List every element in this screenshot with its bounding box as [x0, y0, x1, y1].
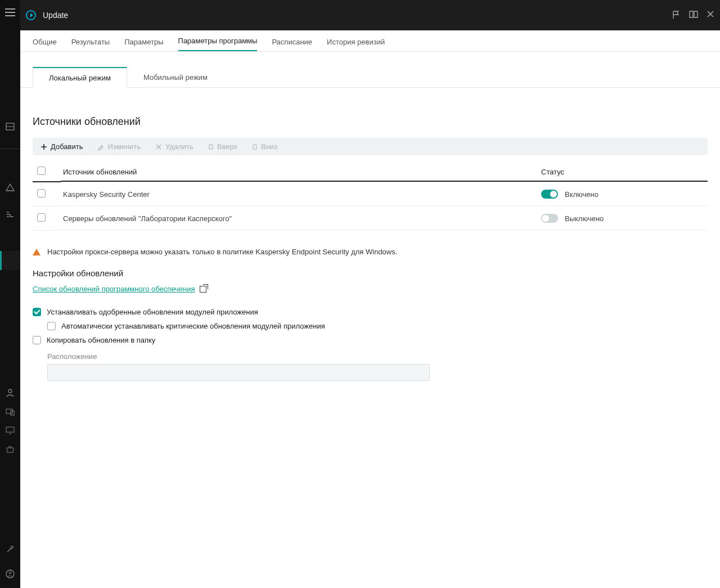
rail-alert-icon[interactable] [0, 179, 20, 196]
row-checkbox[interactable] [37, 213, 46, 222]
warning-icon [33, 249, 40, 255]
auto-critical-label: Автоматически устанавливать критические … [61, 322, 325, 330]
rail-basket-icon[interactable] [6, 445, 15, 455]
sources-table: Источник обновлений Статус Kaspersky Sec… [33, 162, 708, 231]
link-label: Список обновлений программного обеспечен… [33, 285, 195, 293]
location-field-label: Расположение [47, 352, 708, 361]
rail-account-icon[interactable] [0, 565, 20, 582]
row-source-cell[interactable]: Серверы обновлений "Лаборатории Касперск… [61, 208, 539, 230]
row-source-cell[interactable]: Kaspersky Security Center [61, 183, 539, 206]
tab-app-parameters[interactable]: Параметры программы [178, 31, 258, 51]
subtab-mobile-mode[interactable]: Мобильный режим [127, 67, 224, 88]
rail-active-indicator [0, 251, 20, 270]
location-input[interactable] [47, 364, 430, 381]
status-label: Выключено [565, 214, 604, 223]
subtab-local-mode[interactable]: Локальный режим [33, 67, 127, 88]
rail-devices-icon[interactable] [6, 408, 15, 418]
svg-point-2 [8, 389, 12, 393]
rail-panel-icon[interactable] [0, 118, 20, 135]
move-down-button[interactable]: Вниз [252, 142, 277, 151]
update-sources-heading: Источники обновлений [33, 116, 708, 128]
software-update-list-link[interactable]: Список обновлений программного обеспечен… [33, 285, 206, 293]
brand-icon [26, 10, 36, 20]
svg-rect-3 [6, 409, 12, 414]
delete-button[interactable]: Удалить [155, 142, 194, 151]
status-toggle[interactable] [541, 214, 558, 223]
rail-user-icon[interactable] [6, 388, 15, 399]
tab-schedule[interactable]: Расписание [272, 32, 312, 51]
page-title: Update [43, 11, 68, 20]
move-up-button[interactable]: Вверх [208, 142, 237, 151]
rail-wrench-icon[interactable] [0, 541, 20, 558]
sources-toolbar: Добавить Изменить Удалить Вверх Вниз [33, 138, 708, 155]
approved-updates-checkbox[interactable] [33, 308, 41, 316]
svg-rect-10 [253, 145, 256, 149]
down-label: Вниз [261, 142, 277, 151]
book-icon[interactable] [688, 10, 699, 21]
copy-to-folder-label: Копировать обновления в папку [47, 336, 155, 344]
table-row: Kaspersky Security Center Включено [33, 182, 708, 207]
select-all-checkbox[interactable] [37, 167, 46, 175]
flag-icon[interactable] [672, 10, 681, 21]
edit-button[interactable]: Изменить [97, 142, 141, 151]
tab-general[interactable]: Общие [33, 32, 57, 51]
status-toggle[interactable] [541, 190, 558, 199]
svg-rect-5 [6, 427, 14, 432]
svg-rect-9 [209, 145, 213, 149]
up-label: Вверх [217, 142, 237, 151]
hamburger-menu-button[interactable] [0, 2, 20, 23]
copy-to-folder-checkbox[interactable] [33, 336, 41, 344]
external-link-icon [200, 286, 206, 293]
proxy-note-text: Настройки прокси-сервера можно указать т… [47, 248, 397, 256]
add-label: Добавить [51, 142, 83, 151]
status-label: Включено [565, 190, 598, 199]
close-icon[interactable] [706, 10, 714, 21]
rail-monitor-icon[interactable] [6, 427, 15, 436]
tab-parameters[interactable]: Параметры [124, 32, 163, 51]
col-source-header[interactable]: Источник обновлений [61, 163, 539, 182]
update-settings-heading: Настройки обновлений [33, 268, 708, 278]
tab-revision-history[interactable]: История ревизий [327, 32, 385, 51]
rail-tree-icon[interactable] [0, 206, 20, 223]
svg-point-8 [9, 572, 11, 574]
add-button[interactable]: Добавить [40, 142, 83, 151]
col-status-header[interactable]: Статус [539, 163, 708, 182]
table-row: Серверы обновлений "Лаборатории Касперск… [33, 207, 708, 231]
auto-critical-checkbox[interactable] [47, 322, 56, 330]
edit-label: Изменить [107, 142, 141, 151]
rail-divider [0, 149, 20, 165]
approved-updates-label: Устанавливать одобренные обновления моду… [47, 308, 258, 316]
delete-label: Удалить [165, 142, 194, 151]
row-checkbox[interactable] [37, 189, 46, 198]
tab-results[interactable]: Результаты [71, 32, 110, 51]
